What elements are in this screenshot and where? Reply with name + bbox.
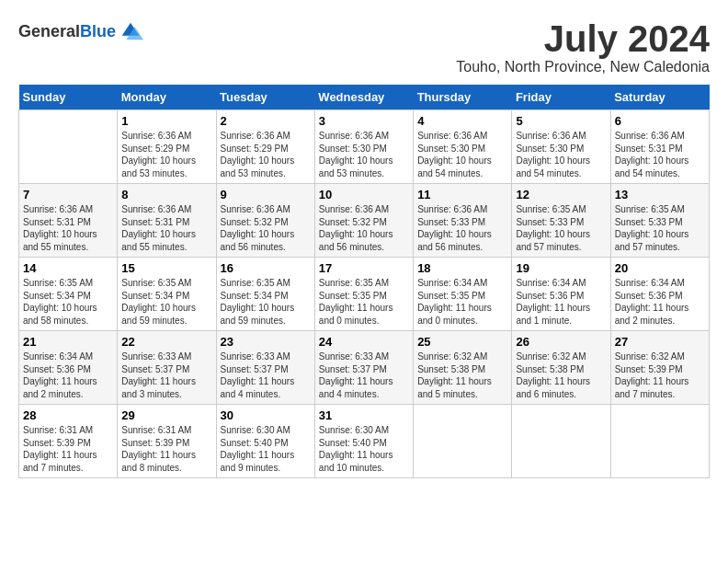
calendar-cell: 9Sunrise: 6:36 AM Sunset: 5:32 PM Daylig… xyxy=(216,184,314,258)
logo-general: General xyxy=(18,22,80,40)
day-info: Sunrise: 6:36 AM Sunset: 5:29 PM Dayligh… xyxy=(221,130,311,179)
day-number: 6 xyxy=(615,114,705,128)
calendar-day-header: Wednesday xyxy=(314,85,413,110)
day-number: 4 xyxy=(417,114,507,128)
day-info: Sunrise: 6:31 AM Sunset: 5:39 PM Dayligh… xyxy=(121,424,211,474)
day-number: 7 xyxy=(23,188,113,201)
day-info: Sunrise: 6:35 AM Sunset: 5:33 PM Dayligh… xyxy=(516,203,606,253)
month-title: July 2024 xyxy=(456,18,710,59)
day-info: Sunrise: 6:35 AM Sunset: 5:34 PM Dayligh… xyxy=(121,277,211,327)
calendar-cell: 20Sunrise: 6:34 AM Sunset: 5:36 PM Dayli… xyxy=(610,258,709,331)
calendar-week-row: 1Sunrise: 6:36 AM Sunset: 5:29 PM Daylig… xyxy=(19,110,710,184)
day-number: 12 xyxy=(516,188,606,201)
calendar-cell: 7Sunrise: 6:36 AM Sunset: 5:31 PM Daylig… xyxy=(19,184,118,258)
calendar-cell: 23Sunrise: 6:33 AM Sunset: 5:37 PM Dayli… xyxy=(216,331,314,405)
day-info: Sunrise: 6:36 AM Sunset: 5:32 PM Dayligh… xyxy=(319,203,409,253)
calendar-cell: 25Sunrise: 6:32 AM Sunset: 5:38 PM Dayli… xyxy=(414,331,512,405)
calendar-cell xyxy=(512,405,610,478)
location-title: Touho, North Province, New Caledonia xyxy=(456,59,710,75)
day-info: Sunrise: 6:34 AM Sunset: 5:35 PM Dayligh… xyxy=(417,277,507,327)
calendar-cell: 10Sunrise: 6:36 AM Sunset: 5:32 PM Dayli… xyxy=(314,184,413,258)
day-info: Sunrise: 6:35 AM Sunset: 5:34 PM Dayligh… xyxy=(23,277,113,327)
day-info: Sunrise: 6:36 AM Sunset: 5:30 PM Dayligh… xyxy=(417,130,507,179)
calendar-day-header: Friday xyxy=(512,85,610,110)
day-number: 3 xyxy=(319,114,409,128)
calendar-cell: 1Sunrise: 6:36 AM Sunset: 5:29 PM Daylig… xyxy=(118,110,216,184)
day-number: 31 xyxy=(319,408,409,422)
calendar-day-header: Tuesday xyxy=(216,85,314,110)
calendar-cell xyxy=(414,405,512,478)
calendar-cell: 27Sunrise: 6:32 AM Sunset: 5:39 PM Dayli… xyxy=(610,331,709,405)
day-info: Sunrise: 6:36 AM Sunset: 5:33 PM Dayligh… xyxy=(417,203,507,253)
calendar-week-row: 7Sunrise: 6:36 AM Sunset: 5:31 PM Daylig… xyxy=(19,184,710,258)
calendar-cell: 12Sunrise: 6:35 AM Sunset: 5:33 PM Dayli… xyxy=(512,184,610,258)
logo-text: GeneralBlue xyxy=(18,22,116,41)
day-number: 29 xyxy=(121,408,211,422)
calendar-cell: 28Sunrise: 6:31 AM Sunset: 5:39 PM Dayli… xyxy=(19,405,118,478)
calendar-day-header: Monday xyxy=(118,85,216,110)
day-info: Sunrise: 6:31 AM Sunset: 5:39 PM Dayligh… xyxy=(23,424,113,474)
day-info: Sunrise: 6:36 AM Sunset: 5:31 PM Dayligh… xyxy=(121,203,211,253)
day-number: 15 xyxy=(121,261,211,275)
day-info: Sunrise: 6:33 AM Sunset: 5:37 PM Dayligh… xyxy=(221,350,311,400)
day-info: Sunrise: 6:34 AM Sunset: 5:36 PM Dayligh… xyxy=(516,277,606,327)
day-info: Sunrise: 6:32 AM Sunset: 5:39 PM Dayligh… xyxy=(615,350,705,400)
day-number: 22 xyxy=(121,335,211,349)
day-info: Sunrise: 6:30 AM Sunset: 5:40 PM Dayligh… xyxy=(221,424,311,474)
day-number: 13 xyxy=(615,188,705,201)
day-number: 27 xyxy=(615,335,705,349)
day-number: 19 xyxy=(516,261,606,275)
calendar-cell: 5Sunrise: 6:36 AM Sunset: 5:30 PM Daylig… xyxy=(512,110,610,184)
day-number: 2 xyxy=(221,114,311,128)
day-number: 30 xyxy=(221,408,311,422)
day-number: 20 xyxy=(615,261,705,275)
day-number: 10 xyxy=(319,188,409,201)
calendar-week-row: 21Sunrise: 6:34 AM Sunset: 5:36 PM Dayli… xyxy=(19,331,710,405)
calendar-cell: 8Sunrise: 6:36 AM Sunset: 5:31 PM Daylig… xyxy=(118,184,216,258)
day-number: 1 xyxy=(121,114,211,128)
day-number: 17 xyxy=(319,261,409,275)
calendar-cell: 29Sunrise: 6:31 AM Sunset: 5:39 PM Dayli… xyxy=(118,405,216,478)
calendar-day-header: Thursday xyxy=(414,85,512,110)
calendar-day-header: Saturday xyxy=(610,85,709,110)
calendar-cell: 31Sunrise: 6:30 AM Sunset: 5:40 PM Dayli… xyxy=(314,405,413,478)
day-info: Sunrise: 6:32 AM Sunset: 5:38 PM Dayligh… xyxy=(516,350,606,400)
day-number: 11 xyxy=(417,188,507,201)
day-number: 21 xyxy=(23,335,113,349)
day-info: Sunrise: 6:33 AM Sunset: 5:37 PM Dayligh… xyxy=(121,350,211,400)
day-info: Sunrise: 6:33 AM Sunset: 5:37 PM Dayligh… xyxy=(319,350,409,400)
calendar-cell: 14Sunrise: 6:35 AM Sunset: 5:34 PM Dayli… xyxy=(19,258,118,331)
calendar-cell: 3Sunrise: 6:36 AM Sunset: 5:30 PM Daylig… xyxy=(314,110,413,184)
day-info: Sunrise: 6:35 AM Sunset: 5:33 PM Dayligh… xyxy=(615,203,705,253)
calendar-header-row: SundayMondayTuesdayWednesdayThursdayFrid… xyxy=(19,85,710,110)
day-info: Sunrise: 6:36 AM Sunset: 5:30 PM Dayligh… xyxy=(516,130,606,179)
calendar-cell: 16Sunrise: 6:35 AM Sunset: 5:34 PM Dayli… xyxy=(216,258,314,331)
logo-blue: Blue xyxy=(80,22,116,40)
title-section: July 2024 Touho, North Province, New Cal… xyxy=(456,18,710,75)
day-info: Sunrise: 6:36 AM Sunset: 5:31 PM Dayligh… xyxy=(615,130,705,179)
calendar-cell: 26Sunrise: 6:32 AM Sunset: 5:38 PM Dayli… xyxy=(512,331,610,405)
calendar-cell: 19Sunrise: 6:34 AM Sunset: 5:36 PM Dayli… xyxy=(512,258,610,331)
calendar-cell: 24Sunrise: 6:33 AM Sunset: 5:37 PM Dayli… xyxy=(314,331,413,405)
day-number: 25 xyxy=(417,335,507,349)
logo-icon xyxy=(118,18,143,44)
calendar-cell: 30Sunrise: 6:30 AM Sunset: 5:40 PM Dayli… xyxy=(216,405,314,478)
calendar-cell: 6Sunrise: 6:36 AM Sunset: 5:31 PM Daylig… xyxy=(610,110,709,184)
day-number: 18 xyxy=(417,261,507,275)
day-info: Sunrise: 6:34 AM Sunset: 5:36 PM Dayligh… xyxy=(615,277,705,327)
page-header: GeneralBlue July 2024 Touho, North Provi… xyxy=(18,18,710,75)
day-info: Sunrise: 6:36 AM Sunset: 5:30 PM Dayligh… xyxy=(319,130,409,179)
calendar-day-header: Sunday xyxy=(19,85,118,110)
day-number: 8 xyxy=(121,188,211,201)
day-number: 14 xyxy=(23,261,113,275)
day-number: 23 xyxy=(221,335,311,349)
logo: GeneralBlue xyxy=(18,18,143,44)
day-number: 24 xyxy=(319,335,409,349)
calendar-cell xyxy=(610,405,709,478)
day-info: Sunrise: 6:35 AM Sunset: 5:35 PM Dayligh… xyxy=(319,277,409,327)
calendar-table: SundayMondayTuesdayWednesdayThursdayFrid… xyxy=(18,85,710,478)
calendar-cell: 2Sunrise: 6:36 AM Sunset: 5:29 PM Daylig… xyxy=(216,110,314,184)
day-info: Sunrise: 6:34 AM Sunset: 5:36 PM Dayligh… xyxy=(23,350,113,400)
day-number: 16 xyxy=(221,261,311,275)
calendar-cell: 4Sunrise: 6:36 AM Sunset: 5:30 PM Daylig… xyxy=(414,110,512,184)
